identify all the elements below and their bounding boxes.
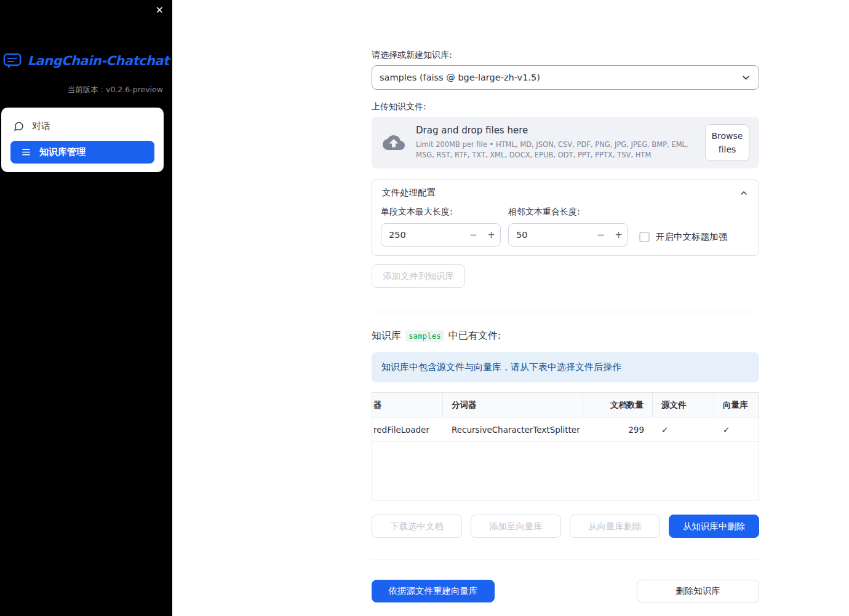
- dropzone-text: Drag and drop files here Limit 200MB per…: [416, 125, 695, 160]
- sidebar-item-label: 对话: [32, 120, 50, 132]
- cell-splitter: RecursiveCharacterTextSplitter: [443, 425, 583, 435]
- upload-label: 上传知识文件:: [372, 101, 759, 113]
- delete-kb-button[interactable]: 删除知识库: [637, 580, 759, 602]
- col-header-doc-count[interactable]: 文档数量: [583, 393, 653, 417]
- chat-bubble-icon: [14, 121, 24, 132]
- dropzone-limits: Limit 200MB per file • HTML, MD, JSON, C…: [416, 140, 695, 160]
- kb-select[interactable]: samples (faiss @ bge-large-zh-v1.5): [372, 65, 759, 90]
- chevron-down-icon: [741, 73, 751, 83]
- overlap-length-label: 相邻文本重合长度:: [508, 207, 628, 218]
- max-length-input[interactable]: 250 − +: [381, 223, 501, 247]
- table-header-row: 器 分词器 文档数量 源文件 向量库: [372, 393, 759, 417]
- kb-files-heading: 知识库 samples 中已有文件:: [372, 330, 759, 342]
- logo-text: LangChain-Chatchat: [27, 53, 169, 68]
- col-header-vector-store[interactable]: 向量库: [714, 393, 759, 417]
- sidebar-menu: 对话 知识库管理: [1, 108, 164, 172]
- sidebar-item-kb-management[interactable]: 知识库管理: [10, 141, 154, 164]
- version-value: v0.2.6-preview: [106, 85, 163, 94]
- app-logo: LangChain-Chatchat: [0, 53, 172, 69]
- file-config-expander: 文件处理配置 单段文本最大长度: 250 − + 相邻文本重合长度:: [372, 180, 759, 256]
- add-files-to-kb-button[interactable]: 添加文件到知识库: [372, 264, 465, 288]
- zh-title-enhance-checkbox[interactable]: 开启中文标题加强: [639, 231, 727, 243]
- bottom-actions: 依据源文件重建向量库 删除知识库: [372, 580, 759, 602]
- kb-select-value: samples (faiss @ bge-large-zh-v1.5): [380, 73, 540, 82]
- info-box: 知识库中包含源文件与向量库，请从下表中选择文件后操作: [372, 352, 759, 382]
- close-icon[interactable]: ✕: [156, 5, 164, 16]
- chevron-up-icon: [739, 188, 749, 198]
- files-table: 器 分词器 文档数量 源文件 向量库 redFileLoader Recursi…: [372, 392, 759, 500]
- overlap-length-input[interactable]: 50 − +: [508, 223, 628, 247]
- col-header-loader[interactable]: 器: [372, 393, 443, 417]
- delete-from-vector-store-button[interactable]: 从向量库删除: [570, 515, 660, 538]
- cell-vector-store-check: ✓: [714, 425, 759, 435]
- step-up-button[interactable]: +: [610, 229, 628, 240]
- list-icon: [21, 147, 31, 157]
- table-action-buttons: 下载选中文档 添加至向量库 从向量库删除 从知识库中删除: [372, 515, 759, 538]
- version-text: 当前版本：v0.2.6-preview: [0, 85, 172, 95]
- main-area: 请选择或新建知识库: samples (faiss @ bge-large-zh…: [172, 0, 849, 616]
- version-label: 当前版本：: [68, 85, 106, 94]
- expander-title: 文件处理配置: [382, 187, 436, 199]
- col-header-splitter[interactable]: 分词器: [443, 393, 583, 417]
- divider: [372, 559, 759, 559]
- browse-files-button[interactable]: Browse files: [705, 124, 749, 162]
- delete-from-kb-button[interactable]: 从知识库中删除: [669, 515, 759, 538]
- kb-files-suffix: 中已有文件:: [448, 330, 501, 342]
- max-length-label: 单段文本最大长度:: [381, 207, 501, 218]
- expander-header[interactable]: 文件处理配置: [372, 180, 759, 205]
- kb-files-prefix: 知识库: [372, 330, 401, 342]
- max-length-value: 250: [381, 230, 464, 240]
- step-down-button[interactable]: −: [464, 229, 482, 240]
- rebuild-vector-store-button[interactable]: 依据源文件重建向量库: [372, 580, 495, 602]
- table-row[interactable]: redFileLoader RecursiveCharacterTextSpli…: [372, 417, 759, 442]
- download-selected-button[interactable]: 下载选中文档: [372, 515, 462, 538]
- sidebar-item-dialogue[interactable]: 对话: [1, 114, 164, 138]
- sidebar-item-label: 知识库管理: [39, 146, 86, 158]
- expander-body: 单段文本最大长度: 250 − + 相邻文本重合长度: 50 − +: [372, 205, 759, 247]
- add-to-vector-store-button[interactable]: 添加至向量库: [471, 515, 561, 538]
- sidebar: ✕ LangChain-Chatchat 当前版本：v0.2.6-preview…: [0, 0, 172, 616]
- dropzone-title: Drag and drop files here: [416, 125, 695, 136]
- divider: [372, 312, 759, 312]
- checkbox-box[interactable]: [639, 232, 650, 242]
- file-dropzone[interactable]: Drag and drop files here Limit 200MB per…: [372, 117, 759, 168]
- col-header-source-file[interactable]: 源文件: [653, 393, 714, 417]
- cloud-upload-icon: [381, 133, 406, 152]
- step-up-button[interactable]: +: [482, 229, 500, 240]
- step-down-button[interactable]: −: [592, 229, 610, 240]
- logo-chat-icon: [3, 53, 22, 69]
- checkbox-label: 开启中文标题加强: [656, 231, 727, 243]
- cell-doc-count: 299: [583, 425, 653, 435]
- overlap-length-value: 50: [509, 230, 592, 240]
- cell-loader: redFileLoader: [372, 425, 443, 435]
- cell-source-file-check: ✓: [653, 425, 714, 435]
- kb-name-code: samples: [405, 330, 444, 342]
- kb-select-label: 请选择或新建知识库:: [372, 50, 759, 61]
